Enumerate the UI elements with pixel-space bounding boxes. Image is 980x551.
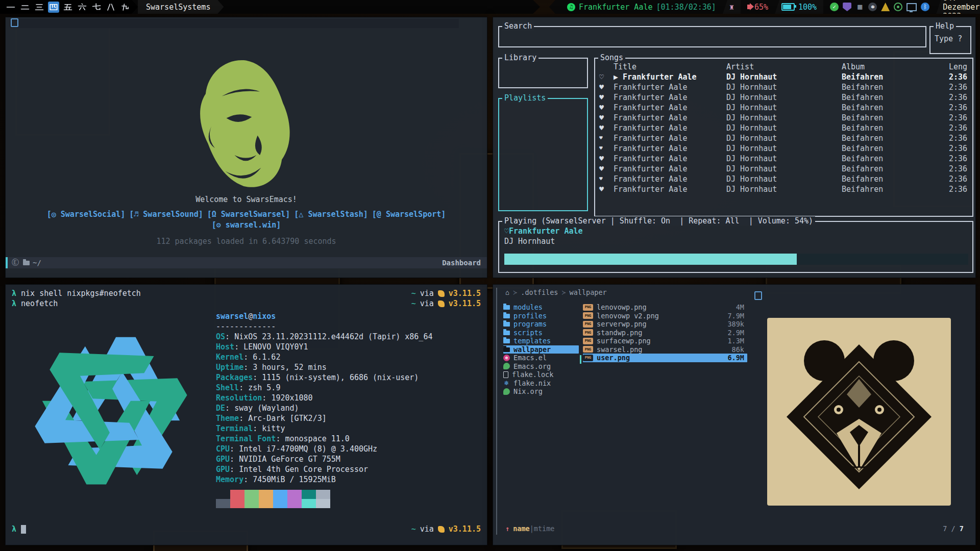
favorite-heart-icon[interactable]: ♥ — [598, 92, 614, 103]
song-title: Frankfurter Aale — [614, 113, 726, 123]
emacs-dashboard-window: Welcome to SwarsEmacs! [◎ SwarselSocial]… — [5, 17, 487, 278]
file-name: standwp.png — [597, 329, 727, 337]
dashboard-button[interactable]: [△ SwarselStash] — [294, 210, 368, 219]
song-row[interactable]: ♥ Frankfurter Aale DJ Hornhaut Beifahren… — [598, 143, 972, 154]
sort-alt-field[interactable]: mtime — [534, 524, 555, 533]
breadcrumb[interactable]: ⌂≻.dotfiles≻wallpaper — [505, 288, 607, 296]
song-row[interactable]: ♡ ▶ Frankfurter Aale DJ Hornhaut Beifahr… — [598, 72, 972, 82]
file-list-item[interactable]: flake.lock — [503, 370, 579, 379]
song-row[interactable]: ♥ Frankfurter Aale DJ Hornhaut Beifahren… — [598, 133, 972, 143]
file-list-item[interactable]: programs — [503, 320, 579, 329]
file-list-item[interactable]: PNG surfacewp.png 1.3M — [583, 337, 747, 345]
progress-bar-track[interactable] — [504, 254, 968, 265]
favorite-heart-icon[interactable]: ♥ — [598, 174, 614, 184]
favorite-heart-icon[interactable]: ♥ — [598, 143, 614, 154]
song-row[interactable]: ♥ Frankfurter Aale DJ Hornhaut Beifahren… — [598, 92, 972, 103]
favorite-heart-icon[interactable]: ♡ — [598, 72, 614, 82]
favorite-heart-icon[interactable]: ♥ — [598, 82, 614, 92]
volume-module[interactable]: 65% — [741, 0, 775, 14]
workspace-1[interactable] — [5, 2, 16, 13]
file-list-item[interactable]: Emacs.org — [503, 362, 579, 371]
file-list-item[interactable]: PNG serverwp.png 389k — [583, 320, 747, 329]
workspace-2[interactable] — [19, 2, 31, 13]
song-row[interactable]: ♥ Frankfurter Aale DJ Hornhaut Beifahren… — [598, 184, 972, 194]
site-button[interactable]: [⚙ swarsel.win] — [6, 220, 487, 230]
dashboard-button[interactable]: [♬ SwarselSound] — [129, 210, 203, 219]
song-artist: DJ Hornhaut — [726, 72, 842, 82]
column-title[interactable]: Title — [614, 62, 726, 72]
workspace-8[interactable] — [105, 2, 116, 13]
song-length: 2:36 — [944, 174, 972, 184]
emacs-tab-bar[interactable] — [10, 19, 459, 28]
file-list-item[interactable]: Nix.org — [503, 387, 579, 396]
now-playing-module[interactable]: ♫ Frankfurter Aale [01:38/02:36] — [560, 0, 723, 14]
breadcrumb-part[interactable]: wallpaper — [570, 288, 607, 296]
song-album: Beifahren — [842, 133, 944, 143]
file-list-item[interactable]: PNG lenovowp.png 4M — [583, 303, 747, 312]
breadcrumb-part[interactable]: .dotfiles — [521, 288, 558, 296]
syncthing-icon[interactable] — [894, 3, 902, 11]
checkmark-icon[interactable]: ✓ — [830, 3, 839, 11]
file-list-item[interactable]: PNG swarsel.png 86k — [583, 345, 747, 354]
sort-field[interactable]: name — [513, 524, 530, 533]
file-list-item[interactable]: modules — [503, 303, 579, 312]
home-icon[interactable]: ⌂ — [505, 288, 509, 296]
system-tray[interactable]: ✓▦☻ᛒ — [823, 0, 936, 14]
favorite-heart-icon[interactable]: ♥ — [598, 133, 614, 143]
song-row[interactable]: ♥ Frankfurter Aale DJ Hornhaut Beifahren… — [598, 103, 972, 113]
favorite-heart-icon[interactable]: ♥ — [598, 123, 614, 133]
heart-outline-icon[interactable]: ♡ — [504, 227, 509, 236]
file-list-item[interactable]: PNG user.png 6.9M — [583, 354, 747, 362]
file-list-item[interactable]: scripts — [503, 329, 579, 337]
song-row[interactable]: ♥ Frankfurter Aale DJ Hornhaut Beifahren… — [598, 174, 972, 184]
favorite-heart-icon[interactable]: ♥ — [598, 184, 614, 194]
discord-icon[interactable]: ☻ — [868, 3, 877, 11]
workspace-7[interactable] — [91, 2, 102, 13]
battery-module[interactable]: 100% — [775, 0, 823, 14]
workspace-4[interactable] — [48, 2, 59, 13]
favorite-heart-icon[interactable]: ♥ — [598, 164, 614, 174]
column-artist[interactable]: Artist — [726, 62, 842, 72]
search-box[interactable]: Search — [498, 26, 926, 47]
file-list-item[interactable]: e Emacs.el — [503, 354, 579, 362]
file-name: Emacs.org — [513, 362, 579, 371]
library-box: Library — [498, 58, 588, 88]
dashboard-button[interactable]: [Ω SwarselSwarsel] — [207, 210, 290, 219]
column-album[interactable]: Album — [842, 62, 944, 72]
dashboard-button[interactable]: [◎ SwarselSocial] — [47, 210, 126, 219]
favorite-heart-icon[interactable]: ♥ — [598, 154, 614, 164]
bitwarden-icon[interactable] — [843, 3, 851, 11]
song-row[interactable]: ♥ Frankfurter Aale DJ Hornhaut Beifahren… — [598, 154, 972, 164]
file-list-item[interactable]: ❄ flake.nix — [503, 379, 579, 388]
museum-module[interactable]: ♜ — [723, 0, 741, 14]
workspace-6[interactable] — [77, 2, 88, 13]
song-row[interactable]: ♥ Frankfurter Aale DJ Hornhaut Beifahren… — [598, 113, 972, 123]
search-input[interactable] — [499, 27, 925, 46]
file-list-item[interactable]: PNG standwp.png 2.9M — [583, 329, 747, 337]
dashboard-button[interactable]: [@ SwarselSport] — [372, 210, 446, 219]
bluetooth-icon[interactable]: ᛒ — [921, 3, 929, 11]
scrollbar[interactable] — [580, 355, 581, 364]
workspace-9[interactable] — [119, 2, 131, 13]
column-length[interactable]: Leng — [944, 62, 972, 72]
command-text: nix shell nixpkgs#neofetch — [21, 289, 141, 298]
song-title: Frankfurter Aale — [614, 103, 726, 113]
file-list-item[interactable]: profiles — [503, 312, 579, 320]
vpn-icon[interactable] — [881, 3, 890, 11]
song-row[interactable]: ♥ Frankfurter Aale DJ Hornhaut Beifahren… — [598, 123, 972, 133]
file-list-item[interactable]: PNG lenovowp_v2.png 7.9M — [583, 312, 747, 320]
file-list-item[interactable]: templates — [503, 337, 579, 345]
display-icon[interactable] — [906, 3, 917, 11]
favorite-heart-icon[interactable]: ♥ — [598, 103, 614, 113]
workspace-3[interactable] — [34, 2, 45, 13]
workspace-5[interactable] — [62, 2, 74, 13]
song-row[interactable]: ♥ Frankfurter Aale DJ Hornhaut Beifahren… — [598, 164, 972, 174]
workspace-switcher[interactable] — [0, 0, 138, 14]
songs-box: Songs Title Artist Album Leng ♡ ▶ Frankf… — [594, 58, 973, 217]
favorite-heart-icon[interactable]: ♥ — [598, 113, 614, 123]
file-list-item[interactable]: wallpaper — [503, 345, 579, 354]
song-row[interactable]: ♥ Frankfurter Aale DJ Hornhaut Beifahren… — [598, 82, 972, 92]
widgets-icon[interactable]: ▦ — [855, 3, 864, 11]
sort-direction-icon[interactable]: ↑ — [505, 524, 509, 533]
shell-prompt-line[interactable]: λ — [12, 524, 26, 534]
